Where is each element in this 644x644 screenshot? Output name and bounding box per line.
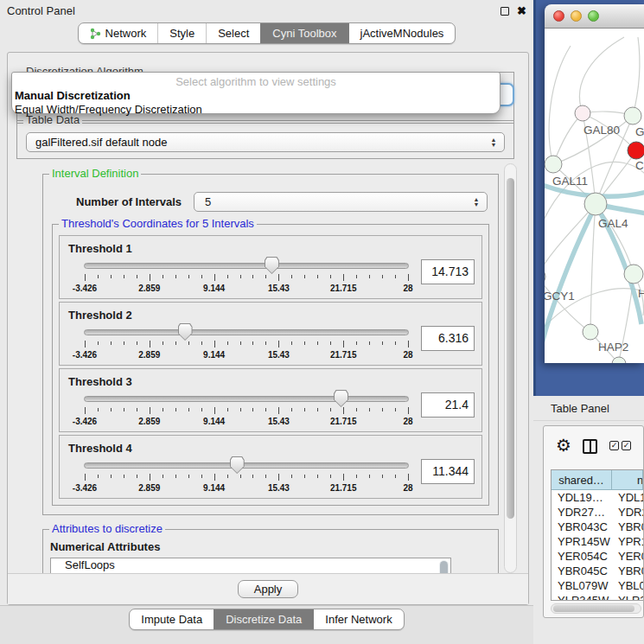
column-browser-icon[interactable] <box>583 439 597 454</box>
node-right-mid[interactable] <box>624 265 643 284</box>
threshold-2-value-field[interactable] <box>421 326 475 351</box>
threshold-label: Threshold 4 <box>68 442 475 455</box>
tab-impute-data[interactable]: Impute Data <box>130 609 214 629</box>
float-window-icon[interactable] <box>501 7 509 16</box>
tab-discretize-data[interactable]: Discretize Data <box>214 609 313 629</box>
cell[interactable]: YER054C <box>552 549 612 564</box>
node-label: GAL11 <box>552 175 588 188</box>
panel-title: Control Panel <box>7 4 75 17</box>
node-gal4[interactable] <box>584 193 607 215</box>
table-row[interactable]: YLR345WYLR3 <box>552 593 643 601</box>
tab-infer-network[interactable]: Infer Network <box>313 609 403 629</box>
apply-button[interactable]: Apply <box>238 580 299 598</box>
column-header-shared-name[interactable]: shared… <box>552 470 612 490</box>
select-columns-icon[interactable]: ✓ ✓ <box>609 441 631 450</box>
threshold-4-slider[interactable]: -3.4262.8599.14415.4321.71528 <box>84 455 409 496</box>
slider-thumb[interactable] <box>334 390 348 407</box>
table-row[interactable]: YDL19…YDL1 <box>552 490 643 505</box>
slider-thumb[interactable] <box>230 456 245 474</box>
table-row[interactable]: YBR043CYBR0 <box>552 520 643 534</box>
slider-track[interactable] <box>84 462 409 469</box>
cell[interactable]: YLR345W <box>552 593 612 601</box>
threshold-3-value-field[interactable] <box>421 392 475 418</box>
tick-label: 9.144 <box>203 483 225 493</box>
tick-mark <box>356 475 357 478</box>
cell[interactable]: YPR145W <box>552 534 612 549</box>
slider-track[interactable] <box>84 263 409 269</box>
gear-icon[interactable]: ⚙ <box>556 435 571 456</box>
settings-scrollbar-thumb[interactable] <box>507 178 514 519</box>
table-row[interactable]: YBL079WYBL0 <box>552 578 643 593</box>
cell[interactable]: YBL079W <box>552 578 612 593</box>
table-row[interactable]: YDR27…YDR2 <box>552 505 643 520</box>
column-header-name[interactable]: na <box>612 470 643 490</box>
cell[interactable]: YDR27… <box>552 505 612 520</box>
attributes-to-discretize-group: Attributes to discretize Numerical Attri… <box>42 529 499 573</box>
node-top-right[interactable] <box>624 107 641 124</box>
list-scrollbar-thumb[interactable] <box>440 561 448 573</box>
tick-mark <box>124 275 124 278</box>
network-canvas[interactable]: GAL80 G C GAL11 GAL4 GCY1 H HAP2 <box>545 29 644 363</box>
tick-mark <box>137 275 137 278</box>
dropdown-option-manual-discretization[interactable]: Manual Discretization <box>12 89 500 103</box>
threshold-label: Threshold 3 <box>68 375 475 388</box>
node-hap2[interactable] <box>583 324 598 340</box>
node-gal11[interactable] <box>545 156 562 173</box>
close-icon[interactable]: ✖ <box>517 0 526 22</box>
threshold-4-value-field[interactable] <box>421 459 475 484</box>
tab-style[interactable]: Style <box>157 23 206 43</box>
node-red-selected[interactable] <box>628 142 644 159</box>
number-of-intervals-label: Number of Intervals <box>76 195 182 208</box>
tick-mark <box>395 408 396 411</box>
tick-mark <box>356 341 357 345</box>
cell[interactable]: YDL19… <box>552 490 612 505</box>
table-horizontal-scrollbar[interactable] <box>551 603 641 614</box>
number-of-intervals-combo[interactable]: 5 ▲▼ <box>194 192 488 212</box>
tick-mark <box>382 408 383 411</box>
threshold-2-slider[interactable]: -3.4262.8599.14415.4321.71528 <box>84 322 409 363</box>
table-horizontal-scrollbar-thumb[interactable] <box>553 605 634 612</box>
cell[interactable]: YBL0 <box>612 578 643 593</box>
tick-mark <box>291 475 292 478</box>
cell[interactable]: YBR045C <box>552 564 612 578</box>
list-scrollbar[interactable] <box>439 560 449 573</box>
numerical-attributes-label: Numerical Attributes <box>50 540 493 553</box>
dropdown-placeholder-option[interactable]: Select algorithm to view settings <box>12 75 500 89</box>
threshold-1-slider[interactable]: -3.4262.8599.14415.4321.71528 <box>84 255 409 296</box>
node-gcy1[interactable] <box>545 268 545 285</box>
table-data-combo[interactable]: galFiltered.sif default node ▲▼ <box>26 132 505 152</box>
cell[interactable]: YPR1 <box>612 534 643 549</box>
tab-cyni-toolbox[interactable]: Cyni Toolbox <box>260 23 348 43</box>
node-label: GCY1 <box>545 290 575 303</box>
slider-thumb[interactable] <box>265 257 279 274</box>
cell[interactable]: YBR0 <box>612 520 643 534</box>
table-row[interactable]: YER054CYER0 <box>552 549 643 564</box>
node-gal80[interactable] <box>575 105 590 121</box>
threshold-1-value-field[interactable] <box>421 259 475 284</box>
tab-jactivemnodules[interactable]: jActiveMNodules <box>348 23 456 43</box>
tick-mark <box>150 407 150 414</box>
threshold-3-slider[interactable]: -3.4262.8599.14415.4321.71528 <box>84 388 409 430</box>
slider-thumb[interactable] <box>178 323 193 341</box>
table-row[interactable]: YBR045CYBR0 <box>552 564 643 578</box>
slider-track[interactable] <box>84 329 409 335</box>
tick-mark <box>201 275 202 278</box>
tab-network[interactable]: Network <box>79 23 158 43</box>
close-traffic-light-icon[interactable] <box>553 10 564 22</box>
zoom-traffic-light-icon[interactable] <box>588 10 599 22</box>
cell[interactable]: YBR043C <box>552 520 612 534</box>
tab-select[interactable]: Select <box>206 23 260 43</box>
cell[interactable]: YDL1 <box>612 490 643 505</box>
cell[interactable]: YDR2 <box>612 505 643 520</box>
cell[interactable]: YLR3 <box>612 593 643 601</box>
table-row[interactable]: YPR145WYPR1 <box>552 534 643 549</box>
dropdown-option-equal-width-frequency[interactable]: Equal Width/Frequency Discretization <box>12 103 500 117</box>
cell[interactable]: YER0 <box>612 549 643 564</box>
table-toolbar: ⚙ ✓ ✓ <box>544 426 643 469</box>
tick-mark <box>227 341 228 345</box>
list-item[interactable]: SelfLoops <box>51 558 450 571</box>
slider-track[interactable] <box>84 396 409 402</box>
cell[interactable]: YBR0 <box>612 564 643 578</box>
settings-scrollbar[interactable] <box>504 163 517 573</box>
minimize-traffic-light-icon[interactable] <box>571 10 582 22</box>
